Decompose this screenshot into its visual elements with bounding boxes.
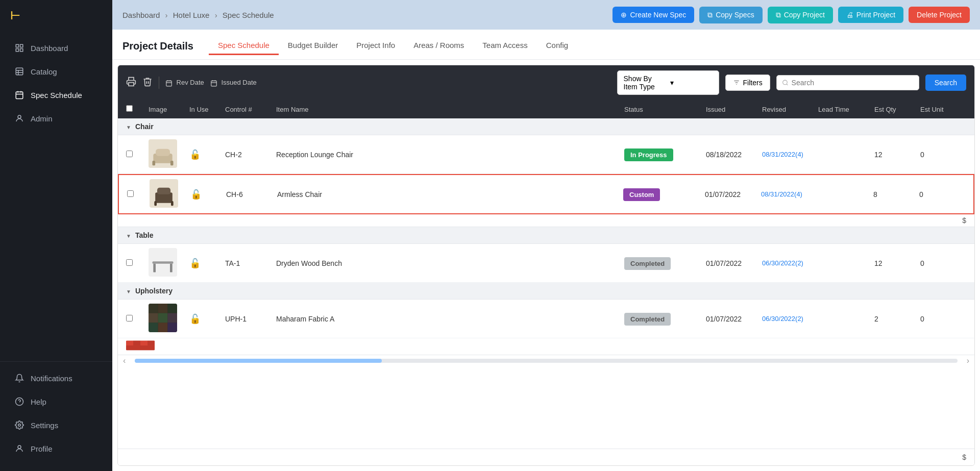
row-revised-ch6[interactable]: 08/31/2022(4) [761,190,817,198]
svg-rect-52 [149,323,158,332]
search-input-wrap [776,75,919,90]
svg-rect-58 [140,341,148,345]
status-badge-in-progress: In Progress [624,148,673,161]
breadcrumb-hotel-luxe[interactable]: Hotel Luxe [173,11,210,19]
group-header-upholstery[interactable]: Upholstery [118,283,974,300]
svg-rect-35 [170,161,174,165]
bottom-dollar: $ [118,449,974,465]
row-lock-ta1[interactable]: 🔓 [189,258,225,269]
tab-project-info[interactable]: Project Info [347,37,404,55]
table-toolbar: Rev Date Issued Date Show By Item Type ▾… [118,65,974,100]
copy-specs-button[interactable]: ⧉ Copy Specs [699,7,762,23]
search-input[interactable] [792,79,914,87]
row-checkbox[interactable] [126,259,149,267]
svg-line-30 [787,84,788,85]
filters-button[interactable]: Filters [725,75,770,91]
row-checkbox[interactable] [126,151,149,159]
toolbar-separator [159,77,159,89]
row-issued-ch6: 01/07/2022 [705,190,761,199]
svg-rect-39 [154,201,157,206]
issued-date-label: Issued Date [210,79,257,87]
svg-rect-8 [16,92,23,99]
project-title-row: Project Details Spec Schedule Budget Bui… [122,37,970,59]
group-header-table[interactable]: Table [118,227,974,244]
col-image: Image [149,106,189,113]
sidebar-item-spec-schedule-label: Spec Schedule [31,91,82,100]
sidebar-item-catalog[interactable]: Catalog [4,60,108,83]
sidebar-item-spec-schedule[interactable]: Spec Schedule [4,84,108,106]
sidebar: ⊢ Dashboard Catalog Spec Schedule Admin [0,0,112,471]
dollar-row-chair: $ [118,214,974,227]
create-new-spec-button[interactable]: ⊕ Create New Spec [612,7,694,23]
table-row: 🔓 TA-1 Dryden Wood Bench Completed 01/07… [118,244,974,283]
help-icon [14,396,24,407]
row-control-ch6: CH-6 [226,190,277,199]
dashboard-icon [14,43,24,53]
row-lock-ch6[interactable]: 🔓 [190,189,226,200]
tab-team-access[interactable]: Team Access [473,37,536,55]
sidebar-item-dashboard[interactable]: Dashboard [4,37,108,59]
delete-project-button[interactable]: Delete Project [909,7,970,23]
group-header-chair[interactable]: Chair [118,118,974,135]
tab-areas-rooms[interactable]: Areas / Rooms [404,37,473,55]
svg-rect-4 [16,68,23,75]
row-issued-ta1: 01/07/2022 [706,259,762,267]
svg-point-12 [18,115,21,118]
scroll-left-icon[interactable]: ‹ [118,356,131,365]
row-image-ta1 [149,248,189,278]
sidebar-item-admin[interactable]: Admin [4,107,108,130]
row-image-ch2 [149,139,189,169]
topbar: Dashboard › Hotel Luxe › Spec Schedule ⊕… [112,0,980,30]
svg-rect-40 [171,201,174,206]
sidebar-item-notifications[interactable]: Notifications [4,367,108,389]
breadcrumb-sep-1: › [165,11,168,19]
col-checkbox[interactable] [126,105,149,113]
svg-rect-0 [16,44,18,47]
sidebar-item-help[interactable]: Help [4,390,108,413]
row-revised-uph1[interactable]: 06/30/2022(2) [762,315,818,323]
row-image-uph1 [149,304,189,334]
content-area: Project Details Spec Schedule Budget Bui… [112,30,980,471]
collapse-icon-table [126,231,131,239]
breadcrumb-spec-schedule[interactable]: Spec Schedule [223,11,274,19]
notifications-icon [14,373,24,383]
tab-spec-schedule[interactable]: Spec Schedule [209,37,279,55]
sidebar-nav: Dashboard Catalog Spec Schedule Admin [0,32,112,361]
show-by-select[interactable]: Show By Item Type ▾ [617,70,719,95]
sidebar-logo: ⊢ [0,0,112,32]
col-control: Control # [225,106,276,113]
row-est-qty-ta1: 12 [874,259,920,267]
search-button[interactable]: Search [925,75,966,91]
row-control-ch2: CH-2 [225,151,276,159]
col-in-use: In Use [189,106,225,113]
svg-rect-2 [16,49,18,52]
svg-rect-50 [158,313,168,323]
row-revised-ta1[interactable]: 06/30/2022(2) [762,259,818,267]
svg-rect-46 [149,304,158,313]
row-lock-ch2[interactable]: 🔓 [189,149,225,160]
copy-project-button[interactable]: ⧉ Copy Project [768,7,833,23]
sidebar-item-settings[interactable]: Settings [4,414,108,436]
col-revised: Revised [762,106,818,113]
breadcrumb: Dashboard › Hotel Luxe › Spec Schedule [122,11,274,19]
row-control-ta1: TA-1 [225,259,276,267]
row-checkbox[interactable] [126,315,149,323]
sidebar-item-profile[interactable]: Profile [4,437,108,460]
status-badge-completed: Completed [624,257,671,270]
breadcrumb-dashboard[interactable]: Dashboard [122,11,160,19]
row-checkbox[interactable] [127,190,150,199]
print-project-button[interactable]: 🖨 Print Project [838,7,903,23]
delete-toolbar-icon[interactable] [142,77,153,89]
select-all-checkbox[interactable] [126,105,133,112]
h-scroll-thumb[interactable] [135,359,381,363]
status-badge-custom: Custom [623,188,660,201]
row-lock-uph1[interactable]: 🔓 [189,313,225,325]
tab-config[interactable]: Config [537,37,577,55]
svg-rect-51 [167,313,177,323]
row-revised-ch2[interactable]: 08/31/2022(4) [762,151,818,158]
scroll-right-icon[interactable]: › [962,356,974,365]
svg-rect-54 [167,323,177,332]
print-toolbar-icon[interactable] [126,77,136,89]
tab-budget-builder[interactable]: Budget Builder [279,37,347,55]
svg-rect-59 [148,341,155,345]
